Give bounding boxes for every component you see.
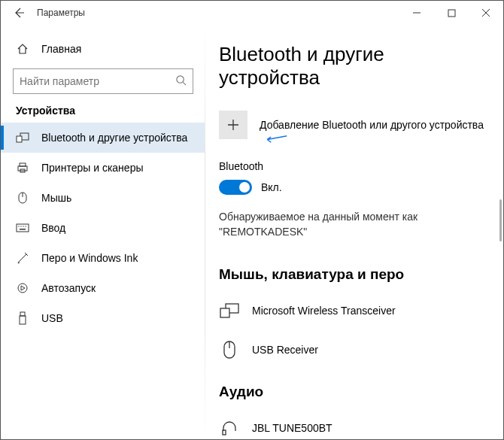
pen-icon: [16, 252, 29, 264]
transceiver-icon: [219, 303, 240, 318]
svg-rect-17: [20, 316, 26, 324]
discoverable-text: Обнаруживаемое на данный момент как "REM…: [219, 210, 490, 239]
main-content: Bluetooth и другие устройства Добавление…: [205, 25, 503, 439]
keyboard-icon: [16, 223, 29, 232]
svg-rect-16: [20, 312, 25, 316]
autoplay-icon: [16, 282, 29, 294]
device-name: USB Receiver: [252, 344, 318, 356]
device-row[interactable]: USB Receiver: [219, 332, 490, 367]
device-row[interactable]: Microsoft Wireless Transceiver: [219, 293, 490, 328]
svg-point-12: [23, 226, 23, 226]
devices-icon: [16, 132, 29, 143]
close-icon: [481, 8, 490, 17]
sidebar-item-autoplay[interactable]: Автозапуск: [1, 273, 205, 303]
plus-icon: [219, 111, 247, 139]
svg-rect-19: [220, 308, 229, 317]
home-link[interactable]: Главная: [1, 34, 205, 64]
window-title: Параметры: [34, 8, 85, 18]
maximize-icon: [448, 9, 456, 17]
home-label: Главная: [41, 43, 81, 55]
search-icon: [175, 74, 187, 88]
device-name: JBL TUNE500BT: [252, 422, 332, 434]
svg-rect-3: [17, 136, 22, 142]
sidebar-item-label: Ввод: [41, 222, 65, 234]
scrollbar[interactable]: [499, 199, 502, 241]
sidebar-item-printers[interactable]: Принтеры и сканеры: [1, 153, 205, 183]
svg-rect-5: [18, 166, 27, 171]
category-title: Устройства: [1, 105, 205, 123]
sidebar-item-label: Перо и Windows Ink: [41, 252, 138, 264]
arrow-left-icon: [13, 7, 25, 19]
bluetooth-toggle[interactable]: [219, 180, 252, 195]
mouse-device-icon: [219, 340, 240, 360]
svg-rect-14: [20, 229, 26, 230]
add-device-button[interactable]: Добавление Bluetooth или другого устройс…: [219, 111, 490, 139]
sidebar-item-label: Автозапуск: [41, 282, 96, 294]
sidebar-item-usb[interactable]: USB: [1, 303, 205, 333]
svg-point-11: [20, 226, 21, 226]
device-row[interactable]: JBL TUNE500BT: [219, 411, 490, 439]
add-device-label: Добавление Bluetooth или другого устройс…: [260, 119, 484, 131]
usb-icon: [16, 311, 29, 325]
sidebar: Главная Устройства Bluetooth и другие ус…: [1, 25, 205, 439]
minimize-button[interactable]: [399, 1, 434, 25]
sidebar-item-label: Принтеры и сканеры: [41, 162, 143, 174]
svg-point-15: [18, 284, 27, 293]
printer-icon: [16, 162, 29, 174]
search-input[interactable]: [20, 75, 175, 87]
sidebar-item-mouse[interactable]: Мышь: [1, 183, 205, 213]
sidebar-item-label: USB: [41, 312, 63, 324]
sidebar-item-typing[interactable]: Ввод: [1, 213, 205, 243]
sidebar-item-pen[interactable]: Перо и Windows Ink: [1, 243, 205, 273]
svg-rect-4: [20, 163, 26, 166]
sidebar-item-bluetooth[interactable]: Bluetooth и другие устройства: [1, 123, 205, 153]
mouse-keyboard-heading: Мышь, клавиатура и перо: [219, 266, 490, 283]
page-title: Bluetooth и другие устройства: [219, 43, 490, 90]
minimize-icon: [412, 8, 421, 17]
search-box[interactable]: [13, 68, 193, 94]
back-button[interactable]: [4, 1, 34, 25]
svg-rect-0: [448, 10, 455, 17]
sidebar-item-label: Мышь: [41, 192, 71, 204]
titlebar: Параметры: [1, 1, 503, 25]
svg-rect-22: [223, 430, 226, 435]
svg-point-13: [25, 226, 26, 226]
home-icon: [16, 43, 29, 55]
device-name: Microsoft Wireless Transceiver: [252, 305, 396, 317]
svg-point-1: [177, 76, 184, 83]
mouse-icon: [16, 191, 29, 205]
svg-point-10: [18, 226, 19, 226]
svg-rect-9: [17, 224, 29, 232]
sidebar-item-label: Bluetooth и другие устройства: [41, 132, 187, 144]
maximize-button[interactable]: [434, 1, 469, 25]
bluetooth-toggle-state: Вкл.: [261, 181, 282, 193]
headphones-icon: [219, 420, 240, 435]
bluetooth-section-label: Bluetooth: [219, 160, 490, 172]
audio-heading: Аудио: [219, 384, 490, 400]
close-button[interactable]: [469, 1, 503, 25]
